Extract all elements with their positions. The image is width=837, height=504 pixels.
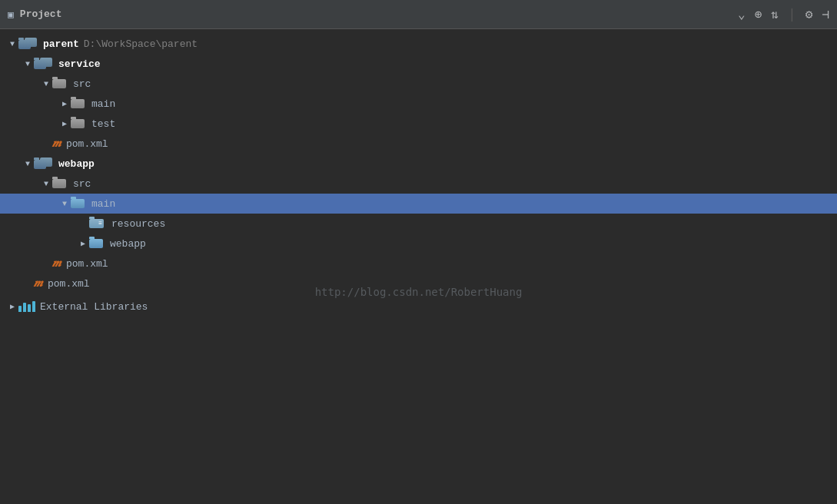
arrow-icon (58, 119, 71, 128)
collapse-icon[interactable]: ⇅ (771, 7, 779, 22)
tree-container: parent D:\WorkSpace\parent service src m… (0, 29, 837, 321)
folder-icon (52, 77, 69, 91)
item-label: src (73, 178, 91, 190)
item-label: main (91, 198, 115, 210)
locate-icon[interactable]: ⊕ (755, 7, 762, 22)
chevron-down-icon[interactable]: ⌄ (738, 7, 746, 22)
maven-icon: 𝒎 (52, 257, 61, 270)
item-label: service (58, 58, 101, 70)
tree-item-webapp2[interactable]: webapp (0, 234, 837, 254)
folder-icon (71, 117, 88, 131)
title-bar: ▣ Project ⌄ ⊕ ⇅ | ⚙ ⊣ (0, 0, 837, 29)
item-label: src (73, 78, 91, 90)
folder-icon (89, 237, 106, 250)
tree-item-main2[interactable]: main (0, 194, 837, 214)
folder-icon (18, 36, 40, 51)
arrow-icon (58, 99, 71, 108)
item-label: webapp (110, 238, 146, 250)
item-label: resources (111, 218, 165, 230)
path-label: D:\WorkSpace\parent (84, 38, 198, 50)
tree-item-service[interactable]: service (0, 54, 837, 74)
arrow-icon (40, 80, 52, 88)
tree-item-src2[interactable]: src (0, 174, 837, 194)
folder-icon: ≡ (89, 217, 108, 230)
settings-icon[interactable]: ⚙ (805, 7, 813, 22)
arrow-icon (22, 160, 34, 168)
item-label: webapp (58, 158, 95, 170)
arrow-icon (40, 180, 52, 188)
folder-icon (52, 177, 69, 191)
tree-item-resources[interactable]: ≡ resources (0, 214, 837, 234)
window-title: Project (20, 8, 62, 20)
item-label: main (91, 98, 115, 110)
folder-icon (71, 97, 88, 111)
arrow-icon (58, 200, 71, 208)
maven-icon: 𝒎 (52, 137, 61, 151)
item-label: pom.xml (66, 258, 108, 270)
tree-item-external-libraries[interactable]: External Libraries (0, 297, 837, 317)
arrow-icon (77, 239, 89, 248)
tree-item-parent[interactable]: parent D:\WorkSpace\parent (0, 34, 837, 54)
tree-item-webapp[interactable]: webapp (0, 154, 837, 174)
hide-icon[interactable]: ⊣ (822, 7, 829, 22)
arrow-icon (6, 40, 18, 48)
item-label: pom.xml (48, 278, 90, 290)
maven-icon: 𝒎 (34, 277, 43, 290)
tree-item-main1[interactable]: main (0, 94, 837, 114)
window-icon: ▣ (8, 8, 14, 21)
tree-item-test[interactable]: test (0, 114, 837, 134)
folder-icon (34, 56, 55, 71)
tree-item-pom2[interactable]: 𝒎 pom.xml (0, 254, 837, 274)
folder-icon (34, 156, 55, 171)
folder-icon (71, 197, 88, 211)
ext-libraries-icon (18, 301, 35, 312)
tree-item-pom3[interactable]: 𝒎 pom.xml (0, 274, 837, 293)
item-label: pom.xml (66, 138, 108, 150)
tree-item-src1[interactable]: src (0, 74, 837, 94)
tree-item-pom1[interactable]: 𝒎 pom.xml (0, 134, 837, 154)
item-label: parent (43, 38, 79, 50)
arrow-icon (22, 60, 34, 68)
item-label: External Libraries (40, 301, 148, 313)
item-label: test (91, 118, 115, 130)
arrow-icon (6, 302, 18, 311)
separator-1: | (788, 7, 796, 22)
